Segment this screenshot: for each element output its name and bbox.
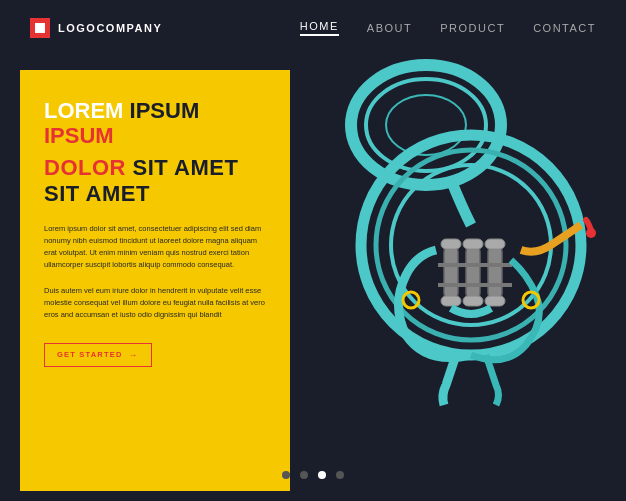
- logo-text: LOGOCOMPANY: [58, 22, 162, 34]
- navigation: HOME ABOUT PRODUCT CONTACT: [300, 20, 596, 36]
- nav-contact[interactable]: CONTACT: [533, 22, 596, 34]
- pagination-dot-1[interactable]: [282, 471, 290, 479]
- main-content: LOREM IPSUM IPSUM DOLOR SIT AMET SIT AME…: [0, 60, 626, 501]
- svg-rect-10: [463, 239, 483, 249]
- svg-rect-7: [466, 245, 480, 300]
- svg-rect-13: [463, 296, 483, 306]
- pagination-dot-4[interactable]: [336, 471, 344, 479]
- nav-home[interactable]: HOME: [300, 20, 339, 36]
- svg-rect-11: [485, 239, 505, 249]
- svg-rect-14: [485, 296, 505, 306]
- hero-dolor: DOLOR: [44, 155, 126, 180]
- svg-rect-6: [444, 245, 458, 300]
- cta-label: GET STARTED: [57, 350, 123, 359]
- pagination-dot-3[interactable]: [318, 471, 326, 479]
- right-section: [290, 60, 626, 501]
- hero-subtitle: DOLOR SIT AMET SIT AMET: [44, 155, 266, 207]
- svg-rect-8: [488, 245, 502, 300]
- hero-sit-amet-text: SIT AMET: [44, 181, 150, 206]
- pagination: [282, 471, 344, 479]
- hero-title-line1: LOREM IPSUM IPSUM: [44, 98, 266, 149]
- hero-sit-amet: SIT AMET: [133, 155, 239, 180]
- cta-button[interactable]: GET STARTED →: [44, 343, 152, 367]
- pagination-dot-2[interactable]: [300, 471, 308, 479]
- yellow-card: LOREM IPSUM IPSUM DOLOR SIT AMET SIT AME…: [20, 70, 290, 491]
- nav-about[interactable]: ABOUT: [367, 22, 412, 34]
- hero-body-2: Duis autem vel eum iriure dolor in hendr…: [44, 285, 266, 321]
- svg-point-17: [586, 228, 596, 238]
- header: LOGOCOMPANY HOME ABOUT PRODUCT CONTACT: [0, 0, 626, 48]
- svg-rect-12: [441, 296, 461, 306]
- svg-point-1: [366, 79, 486, 171]
- svg-rect-9: [441, 239, 461, 249]
- hero-title-ipsum: IPSUM: [130, 98, 200, 123]
- hero-body-1: Lorem ipsum dolor sit amet, consectetuer…: [44, 223, 266, 271]
- logo-icon: [30, 18, 50, 38]
- nav-product[interactable]: PRODUCT: [440, 22, 505, 34]
- horn-illustration: [296, 50, 626, 410]
- hero-title-ipsum-colored: IPSUM: [44, 123, 114, 148]
- hero-title-white: LOREM: [44, 98, 123, 123]
- logo-area: LOGOCOMPANY: [30, 18, 162, 38]
- page-wrapper: LOGOCOMPANY HOME ABOUT PRODUCT CONTACT L…: [0, 0, 626, 501]
- cta-arrow-icon: →: [129, 350, 139, 360]
